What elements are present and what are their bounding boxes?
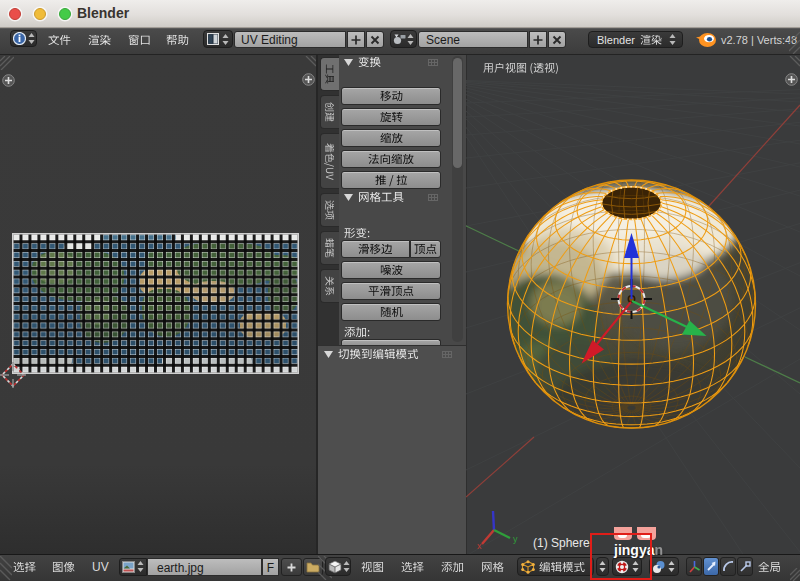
svg-text:x: x bbox=[477, 541, 482, 550]
svg-text:y: y bbox=[513, 534, 518, 544]
